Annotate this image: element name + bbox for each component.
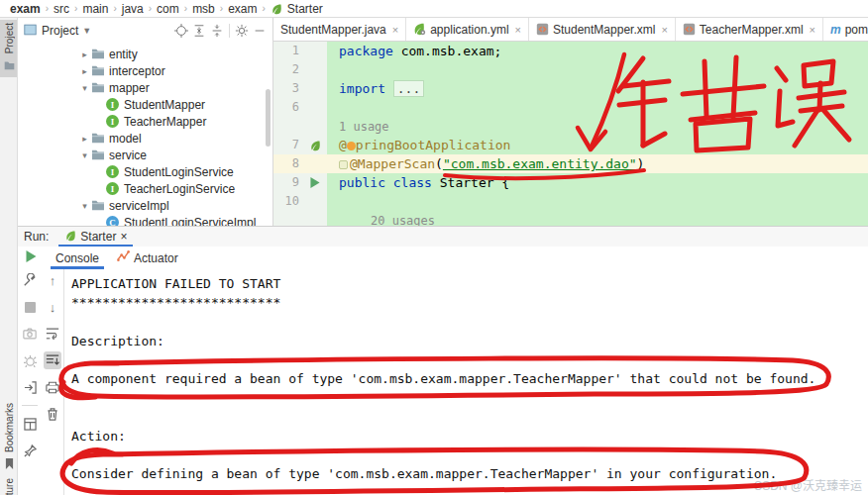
breadcrumb-separator: › — [220, 3, 223, 14]
editor-tab-StudentMapper.java[interactable]: StudentMapper.java× — [273, 18, 406, 41]
tree-item-StudentLoginService[interactable]: IStudentLoginService — [18, 163, 272, 180]
tree-item-service[interactable]: ▾service — [18, 147, 272, 163]
soft-wrap-icon[interactable] — [44, 325, 61, 343]
settings-gear-icon[interactable] — [233, 22, 251, 40]
tree-item-TeacherLoginService[interactable]: ITeacherLoginService — [18, 180, 272, 197]
up-stacktrace-icon[interactable]: ↑ — [44, 271, 61, 289]
folder-icon — [91, 81, 105, 94]
scroll-to-end-icon[interactable] — [44, 351, 61, 369]
tree-chevron-icon[interactable]: ▾ — [79, 201, 90, 211]
modify-run-config-wrench-icon[interactable] — [21, 271, 39, 289]
editor-tab-pom.xmlex[interactable]: mpom.xml (ex — [823, 18, 868, 41]
collapse-all-icon[interactable] — [208, 22, 226, 40]
project-view-title[interactable]: Project — [42, 24, 78, 38]
code-text: public class Starter { — [327, 175, 509, 190]
run-tab-label: Starter — [80, 230, 116, 244]
close-icon[interactable]: × — [661, 24, 667, 36]
restore-layout-icon[interactable] — [21, 415, 39, 433]
sidebar-item-bookmarks[interactable]: Bookmarks — [0, 400, 18, 476]
tree-chevron-icon[interactable]: ▸ — [79, 50, 90, 59]
run-tab-starter[interactable]: Starter × — [56, 227, 135, 248]
sidebar-item-project[interactable]: Project — [0, 20, 18, 77]
tree-item-serviceImpl[interactable]: ▾serviceImpl — [18, 197, 272, 214]
breadcrumb-item-exam[interactable]: exam — [228, 2, 257, 16]
editor-tab-StudentMapper.xml[interactable]: StudentMapper.xml× — [529, 18, 676, 41]
sidebar-item-structure[interactable]: Structure — [0, 475, 18, 495]
project-scrollbar[interactable] — [266, 89, 271, 147]
tree-item-model[interactable]: ▸model — [18, 130, 272, 147]
interface-icon: I — [106, 182, 120, 195]
code-segment: ( — [435, 156, 443, 171]
breadcrumb-item-exam[interactable]: exam — [10, 2, 41, 16]
stripe-bookmarks-label: Bookmarks — [4, 403, 15, 452]
bean-icon — [339, 160, 348, 169]
breadcrumb-separator: › — [149, 3, 152, 14]
gutter — [303, 60, 327, 79]
tree-item-StudentMapper[interactable]: IStudentMapper — [18, 96, 272, 113]
editor-tab-TeacherMapper.xml[interactable]: TeacherMapper.xml× — [676, 18, 823, 41]
tree-chevron-icon[interactable]: ▸ — [79, 66, 90, 76]
tree-item-TeacherMapper[interactable]: ITeacherMapper — [18, 113, 272, 130]
tree-item-interceptor[interactable]: ▸interceptor — [18, 62, 272, 79]
close-icon[interactable]: × — [515, 24, 521, 36]
editor-tab-application.yml[interactable]: application.yml× — [406, 18, 529, 41]
tree-item-mapper[interactable]: ▾mapper — [18, 79, 272, 96]
xml-file-icon — [683, 23, 696, 36]
breadcrumb-item-com[interactable]: com — [157, 2, 179, 16]
code-editor[interactable]: 1package com.msb.exam;23import ...61 usa… — [273, 42, 868, 226]
pin-icon[interactable] — [21, 442, 39, 459]
editor-tab-bar: StudentMapper.java×application.yml×Stude… — [273, 18, 868, 42]
breadcrumb-target[interactable]: Starter — [287, 2, 323, 16]
breadcrumb-item-java[interactable]: java — [122, 2, 144, 16]
spring-leaf-gutter-icon[interactable] — [303, 136, 327, 154]
tree-item-label: interceptor — [109, 64, 165, 78]
tab-actuator[interactable]: Actuator — [108, 247, 187, 269]
code-text: import ... — [327, 81, 424, 96]
run-panel-header: Run: Starter × — [18, 226, 868, 247]
gutter — [303, 117, 327, 136]
console-body: ↑ ↓ APPLICATION FAILED TO START ********… — [18, 269, 868, 495]
divider — [63, 269, 64, 495]
chevron-down-icon[interactable]: ▼ — [82, 26, 91, 36]
tree-chevron-icon[interactable]: ▾ — [79, 83, 90, 93]
hide-panel-icon[interactable] — [251, 22, 269, 40]
bean-gutter-icon[interactable] — [303, 154, 327, 173]
breadcrumb-item-src[interactable]: src — [54, 2, 69, 16]
code-segment: import — [339, 81, 393, 96]
stop-icon[interactable] — [21, 298, 39, 316]
thread-dump-camera-icon[interactable] — [21, 325, 39, 343]
run-gutter-icon[interactable] — [303, 173, 327, 192]
divider — [229, 24, 230, 38]
gutter — [303, 79, 327, 98]
coverage-icon[interactable] — [21, 351, 39, 369]
line-number: 1 — [273, 42, 303, 60]
close-icon[interactable]: × — [392, 24, 398, 36]
project-view-icon — [24, 24, 37, 39]
code-text: 20 usages — [327, 213, 435, 226]
breadcrumb-item-msb[interactable]: msb — [192, 2, 215, 16]
tree-chevron-icon[interactable]: ▸ — [79, 134, 90, 144]
down-stacktrace-icon[interactable]: ↓ — [44, 298, 61, 316]
line-number: 6 — [273, 98, 303, 117]
locate-file-icon[interactable] — [172, 22, 190, 40]
print-icon[interactable] — [44, 378, 61, 396]
expand-all-icon[interactable] — [190, 22, 208, 40]
breadcrumb-item-main[interactable]: main — [82, 2, 108, 16]
line-number: 9 — [273, 173, 303, 192]
class-icon: C — [106, 216, 120, 226]
clear-all-trash-icon[interactable] — [44, 405, 61, 423]
bookmark-icon — [5, 455, 14, 473]
close-icon[interactable]: × — [810, 24, 815, 36]
spring-boot-icon — [64, 230, 76, 245]
tab-console[interactable]: Console — [47, 247, 108, 269]
tree-item-StudentLoginServiceImpl[interactable]: CStudentLoginServiceImpl — [18, 214, 272, 226]
exit-icon[interactable] — [21, 378, 39, 396]
run-tool-tabs: Console Actuator — [18, 247, 868, 269]
console-tab-label: Console — [55, 251, 99, 265]
tree-item-entity[interactable]: ▸entity — [18, 46, 272, 62]
code-line: 1 usage — [273, 117, 868, 136]
close-icon[interactable]: × — [120, 230, 127, 244]
code-line-9: 9public class Starter { — [273, 173, 868, 192]
rerun-icon[interactable] — [26, 250, 37, 265]
tree-chevron-icon[interactable]: ▾ — [79, 150, 90, 160]
